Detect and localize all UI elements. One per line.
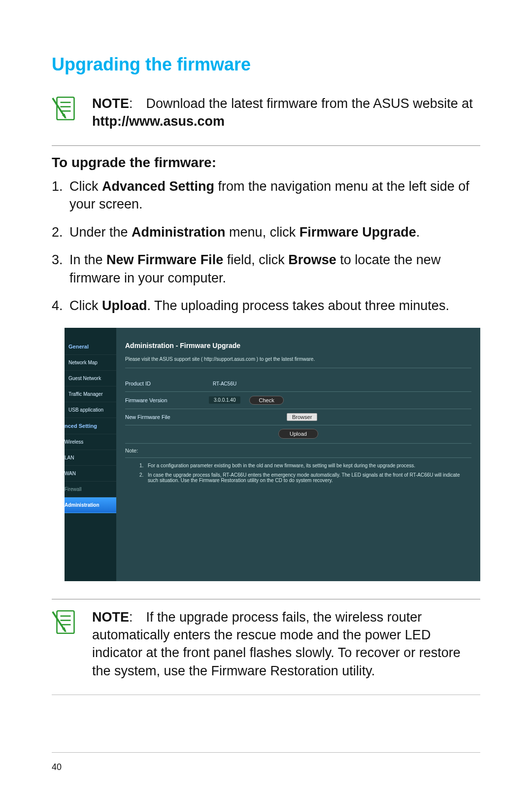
sidebar-group: nced Setting: [65, 418, 116, 434]
row-new-file: New Firmware File Browser: [125, 409, 471, 425]
embedded-screenshot: Operation Mode System Firmware Upgrade R…: [65, 328, 480, 581]
footer-rule: [52, 752, 480, 753]
note-text: NOTE: Download the latest firmware from …: [92, 95, 480, 131]
page-number: 40: [52, 762, 62, 772]
sidebar-item: Traffic Manager: [65, 386, 116, 402]
sidebar-item: Network Map: [65, 355, 116, 371]
screenshot-main: Administration - Firmware Upgrade Please…: [116, 328, 480, 581]
divider: [52, 145, 480, 146]
sidebar-item: USB application: [65, 402, 116, 418]
note-item: In case the upgrade process fails, RT-AC…: [145, 470, 471, 485]
check-button: Check: [249, 396, 283, 405]
row-firmware-version: Firmware Version 3.0.0.1.40 Check: [125, 392, 471, 409]
note-icon: [52, 608, 79, 636]
note-callout-top: NOTE: Download the latest firmware from …: [52, 95, 480, 131]
step-4: 4.Click Upload. The uploading process ta…: [52, 297, 480, 314]
note-item: For a configuration parameter existing b…: [145, 461, 471, 470]
row-product-id: Product ID RT-AC56U: [125, 376, 471, 392]
sidebar-item: WAN: [65, 466, 116, 482]
note-text: NOTE: If the upgrade process fails, the …: [92, 608, 480, 680]
browser-button: Browser: [287, 413, 317, 421]
sidebar-item: Guest Network: [65, 371, 116, 386]
sidebar-item-active: Administration: [65, 497, 116, 513]
note-callout-bottom: NOTE: If the upgrade process fails, the …: [52, 608, 480, 680]
step-1: 1.Click Advanced Setting from the naviga…: [52, 177, 480, 213]
upload-row: Upload: [125, 425, 471, 444]
sidebar-item: Firewall: [65, 482, 116, 497]
screenshot-notes: Note: For a configuration parameter exis…: [125, 444, 471, 489]
divider: [52, 695, 480, 695]
screenshot-sidebar: General Network Map Guest Network Traffi…: [65, 328, 116, 581]
step-3: 3.In the New Firmware File field, click …: [52, 251, 480, 287]
upload-button: Upload: [278, 429, 318, 439]
step-2: 2.Under the Administration menu, click F…: [52, 223, 480, 241]
sidebar-item: LAN: [65, 450, 116, 466]
page-title: Upgrading the firmware: [52, 54, 480, 75]
note-icon: [52, 95, 79, 122]
divider: [52, 599, 480, 599]
sidebar-item: Wireless: [65, 434, 116, 450]
support-text: Please visit the ASUS support site ( htt…: [125, 356, 471, 368]
sidebar-item: General: [65, 339, 116, 355]
steps-list: 1.Click Advanced Setting from the naviga…: [52, 177, 480, 315]
screenshot-title: Administration - Firmware Upgrade: [125, 339, 471, 349]
manual-page: Upgrading the firmware NOTE: Download th…: [0, 0, 532, 802]
section-subhead: To upgrade the firmware:: [52, 155, 480, 171]
